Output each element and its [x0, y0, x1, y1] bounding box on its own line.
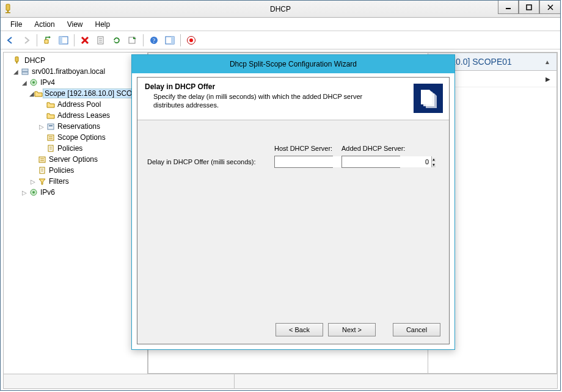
svg-rect-23 [16, 62, 18, 64]
menu-help[interactable]: Help [89, 19, 117, 30]
svg-rect-2 [5, 12, 10, 13]
action-pane-button[interactable] [162, 33, 177, 48]
wizard-heading: Delay in DHCP Offer [145, 82, 442, 91]
menu-file[interactable]: File [4, 19, 28, 30]
toolbar: ? [1, 31, 560, 49]
tree-label: IPv6 [39, 188, 56, 197]
options-icon [45, 133, 56, 142]
expander-icon[interactable]: ◢ [21, 79, 28, 86]
dhcp-icon [12, 56, 23, 65]
spin-up-button[interactable]: ▲ [432, 156, 436, 162]
ipv4-icon [28, 78, 39, 87]
help-button[interactable]: ? [147, 33, 161, 48]
menu-view[interactable]: View [61, 19, 89, 30]
expander-icon[interactable]: ◢ [12, 68, 20, 75]
titlebar: DHCP [1, 1, 560, 18]
status-cell [235, 374, 557, 388]
wizard-description: Specify the delay (in milli seconds) wit… [153, 92, 373, 110]
tree-ipv4[interactable]: ◢ IPv4 [4, 77, 147, 88]
svg-point-27 [32, 81, 35, 84]
tree-filters[interactable]: ▷ Filters [4, 176, 147, 187]
close-button[interactable] [539, 1, 560, 14]
wizard-delay-row: Delay in DHCP Offer (milli seconds): ▲ ▼… [147, 156, 439, 168]
expander-icon[interactable]: ▷ [29, 178, 37, 185]
options-icon [37, 155, 48, 164]
tree-label: Address Pool [56, 100, 102, 109]
window-title: DHCP [270, 5, 291, 13]
cancel-button[interactable]: Cancel [393, 323, 440, 336]
expander-icon[interactable]: ▷ [21, 189, 28, 196]
tree-label: Address Leases [56, 111, 111, 120]
svg-rect-29 [49, 125, 53, 126]
tree-root[interactable]: DHCP [4, 55, 147, 66]
main-window: DHCP File Action View Help ? [0, 0, 561, 391]
separator [143, 34, 144, 46]
svg-rect-0 [6, 4, 10, 10]
record-button[interactable] [184, 33, 199, 48]
tree-reservations[interactable]: ▷ Reservations [4, 121, 147, 132]
folder-icon [34, 89, 43, 98]
forward-button[interactable] [19, 33, 34, 48]
collapse-icon[interactable]: ▲ [544, 59, 550, 65]
added-delay-input[interactable] [342, 156, 431, 167]
delete-button[interactable] [78, 33, 92, 48]
app-icon [4, 4, 14, 13]
tree-label: Reservations [56, 122, 101, 131]
tree-label: Policies [56, 144, 84, 153]
tree-address-leases[interactable]: Address Leases [4, 110, 147, 121]
tree-ipv6[interactable]: ▷ IPv6 [4, 187, 147, 198]
wizard-title-text: Dhcp Split-Scope Configuration Wizard [230, 60, 357, 68]
separator [180, 34, 181, 46]
expander-icon[interactable]: ▷ [38, 123, 45, 130]
menubar: File Action View Help [1, 18, 560, 31]
minimize-button[interactable] [498, 1, 519, 14]
ipv6-icon [28, 188, 39, 197]
wizard-column-headers: Host DHCP Server: Added DHCP Server: [147, 145, 439, 152]
svg-rect-19 [171, 37, 174, 44]
tree-address-pool[interactable]: Address Pool [4, 99, 147, 110]
status-cell [4, 374, 235, 388]
properties-button[interactable] [93, 33, 108, 48]
folder-icon [45, 111, 56, 120]
svg-rect-8 [59, 37, 62, 44]
tree-label: Server Options [48, 155, 99, 164]
refresh-button[interactable] [109, 33, 124, 48]
up-button[interactable] [40, 33, 55, 48]
policies-icon [45, 144, 56, 153]
expander-icon[interactable]: ◢ [29, 90, 34, 97]
wizard-header: Delay in DHCP Offer Specify the delay (i… [137, 78, 449, 120]
export-button[interactable] [125, 33, 140, 48]
svg-rect-22 [15, 57, 18, 62]
tree-policies[interactable]: Policies [4, 143, 147, 154]
show-hide-tree-button[interactable] [56, 33, 71, 48]
spin-down-button[interactable]: ▼ [432, 162, 436, 167]
tree-label: DHCP [23, 56, 46, 65]
svg-rect-4 [527, 5, 531, 10]
svg-rect-28 [48, 124, 54, 129]
tree-scope-options[interactable]: Scope Options [4, 132, 147, 143]
svg-rect-24 [22, 69, 28, 71]
back-button[interactable]: < Back [276, 323, 323, 336]
wizard-icon [414, 84, 443, 113]
next-button[interactable]: Next > [328, 323, 376, 336]
tree-policies-server[interactable]: Policies [4, 165, 147, 176]
wizard-titlebar[interactable]: Dhcp Split-Scope Configuration Wizard [132, 55, 454, 73]
tree-server-options[interactable]: Server Options [4, 154, 147, 165]
host-delay-spinbox[interactable]: ▲ ▼ [274, 156, 333, 168]
menu-action[interactable]: Action [28, 19, 60, 30]
window-controls [498, 1, 560, 14]
svg-point-43 [32, 191, 35, 194]
tree-label: Scope Options [56, 133, 107, 142]
maximize-button[interactable] [519, 1, 539, 14]
back-button[interactable] [3, 33, 18, 48]
svg-text:?: ? [153, 37, 156, 44]
tree-server[interactable]: ◢ srv001.firatboyan.local [4, 66, 147, 77]
wizard-dialog: Dhcp Split-Scope Configuration Wizard De… [131, 54, 455, 350]
wizard-body: Delay in DHCP Offer Specify the delay (i… [137, 77, 450, 344]
added-delay-spinbox[interactable]: ▲ ▼ [341, 156, 400, 168]
svg-rect-25 [22, 72, 28, 74]
svg-rect-30 [48, 135, 54, 140]
tree-scope[interactable]: ◢ Scope [192.168.10.0] SCOPE01 [4, 88, 147, 99]
host-server-label: Host DHCP Server: [274, 145, 341, 152]
tree-panel: DHCP ◢ srv001.firatboyan.local ◢ IPv4 ◢ … [4, 53, 148, 374]
